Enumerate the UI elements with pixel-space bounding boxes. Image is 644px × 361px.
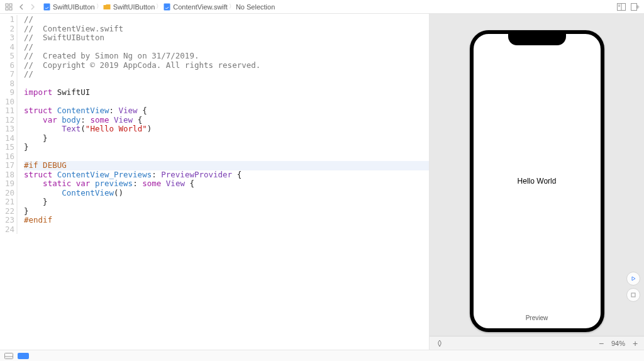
- zoom-out-button[interactable]: −: [597, 338, 605, 348]
- status-bar: [0, 350, 644, 361]
- chevron-right-icon: 〉: [229, 3, 235, 11]
- breadcrumb-label: ContentView.swift: [173, 3, 228, 11]
- code-line[interactable]: }: [24, 197, 429, 207]
- line-number: 23: [0, 216, 18, 225]
- line-number: 2: [0, 25, 18, 34]
- preview-overlay-button[interactable]: [626, 288, 640, 302]
- preview-pane: Hello World Preview: [429, 14, 644, 350]
- back-button[interactable]: [16, 2, 26, 12]
- breadcrumb-item[interactable]: No Selection: [236, 3, 275, 11]
- code-line[interactable]: [24, 152, 429, 162]
- line-number: 19: [0, 179, 18, 189]
- code-line[interactable]: struct ContentView_Previews: PreviewProv…: [24, 170, 429, 180]
- line-number: 6: [0, 61, 18, 70]
- preview-play-button[interactable]: [626, 272, 640, 286]
- breadcrumb-item[interactable]: SwiftUIButton: [43, 3, 95, 11]
- line-number: 14: [0, 134, 18, 143]
- line-number: 24: [0, 225, 18, 235]
- code-line[interactable]: static var previews: some View {: [24, 179, 429, 189]
- code-line[interactable]: #endif: [24, 216, 429, 225]
- breadcrumb: SwiftUIButton〉SwiftUIButton〉ContentView.…: [43, 3, 275, 11]
- breadcrumb-bar: SwiftUIButton〉SwiftUIButton〉ContentView.…: [0, 0, 644, 14]
- line-number: 1: [0, 15, 18, 25]
- editor-add-icon[interactable]: [630, 2, 640, 12]
- code-line[interactable]: [24, 97, 429, 107]
- code-line[interactable]: var body: some View {: [24, 116, 429, 125]
- code-line[interactable]: struct ContentView: View {: [24, 106, 429, 116]
- line-number: 12: [0, 116, 18, 125]
- code-line[interactable]: }: [24, 134, 429, 143]
- breadcrumb-item[interactable]: ContentView.swift: [163, 3, 228, 11]
- preview-footer: − 94% +: [430, 336, 644, 350]
- code-line[interactable]: #if DEBUG: [24, 161, 429, 170]
- code-line[interactable]: ContentView(): [24, 189, 429, 198]
- line-number: 10: [0, 97, 18, 107]
- line-number: 20: [0, 189, 18, 198]
- line-number: 7: [0, 70, 18, 79]
- swift-file-icon: [163, 3, 170, 11]
- code-line[interactable]: // Created by Simon Ng on 31/7/2019.: [24, 52, 429, 61]
- line-number: 17: [0, 161, 18, 170]
- related-items-icon[interactable]: [4, 2, 14, 12]
- editor-split-icon[interactable]: [616, 2, 626, 12]
- code-line[interactable]: // Copyright © 2019 AppCoda. All rights …: [24, 61, 429, 70]
- code-line[interactable]: // ContentView.swift: [24, 25, 429, 34]
- line-number: 11: [0, 106, 18, 116]
- chevron-right-icon: 〉: [96, 3, 102, 11]
- line-number: 21: [0, 197, 18, 207]
- code-line[interactable]: //: [24, 70, 429, 79]
- code-line[interactable]: }: [24, 143, 429, 152]
- code-line[interactable]: Text("Hello World"): [24, 125, 429, 134]
- line-number: 22: [0, 207, 18, 216]
- code-line[interactable]: }: [24, 207, 429, 216]
- svg-rect-14: [5, 353, 13, 358]
- line-number: 16: [0, 152, 18, 162]
- breadcrumb-item[interactable]: SwiftUIButton: [103, 3, 155, 11]
- pin-icon[interactable]: [435, 338, 445, 348]
- code-line[interactable]: [24, 225, 429, 235]
- zoom-in-button[interactable]: +: [631, 338, 639, 348]
- preview-canvas[interactable]: Hello World Preview: [430, 14, 644, 336]
- line-number: 5: [0, 52, 18, 61]
- line-number: 13: [0, 125, 18, 134]
- line-number: 18: [0, 170, 18, 180]
- device-frame: Hello World: [470, 30, 604, 332]
- folder-icon: [103, 3, 111, 11]
- line-number: 15: [0, 143, 18, 152]
- preview-label: Preview: [430, 314, 644, 321]
- svg-rect-5: [164, 3, 170, 10]
- zoom-controls: − 94% +: [597, 338, 639, 348]
- line-number: 3: [0, 33, 18, 43]
- svg-rect-13: [631, 293, 635, 297]
- breadcrumb-label: SwiftUIButton: [53, 3, 95, 11]
- code-line[interactable]: import SwiftUI: [24, 88, 429, 97]
- svg-rect-0: [6, 4, 8, 6]
- breadcrumb-label: SwiftUIButton: [113, 3, 155, 11]
- swift-file-icon: [43, 3, 50, 11]
- svg-rect-2: [6, 8, 8, 10]
- code-line[interactable]: //: [24, 43, 429, 52]
- svg-rect-1: [9, 4, 12, 6]
- status-tag-icon[interactable]: [18, 353, 29, 359]
- code-line[interactable]: //: [24, 15, 429, 25]
- svg-rect-4: [43, 3, 50, 10]
- forward-button[interactable]: [28, 2, 38, 12]
- line-gutter: 123456789101112131415161718192021222324: [0, 14, 21, 350]
- status-toggle-icon[interactable]: [4, 351, 14, 361]
- code-area[interactable]: //// ContentView.swift// SwiftUIButton//…: [21, 14, 429, 350]
- preview-text: Hello World: [518, 177, 557, 186]
- line-number: 4: [0, 43, 18, 52]
- breadcrumb-label: No Selection: [236, 3, 275, 11]
- code-line[interactable]: [24, 79, 429, 89]
- chevron-right-icon: 〉: [156, 3, 162, 11]
- line-number: 9: [0, 88, 18, 97]
- code-line[interactable]: // SwiftUIButton: [24, 33, 429, 43]
- zoom-value: 94%: [611, 340, 625, 347]
- line-number: 8: [0, 79, 18, 89]
- svg-rect-10: [631, 3, 637, 10]
- code-editor[interactable]: 123456789101112131415161718192021222324 …: [0, 14, 429, 350]
- svg-rect-3: [9, 8, 12, 10]
